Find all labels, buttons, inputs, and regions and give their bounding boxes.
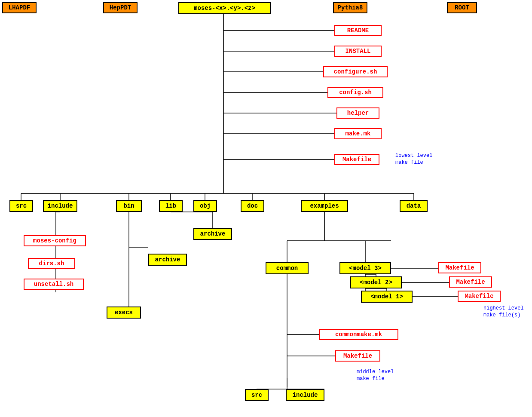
connector-lines [0,0,532,417]
node-install: INSTALL [334,46,382,57]
node-common-src: src [245,389,269,401]
node-model3: <model 3> [339,262,391,274]
node-src: src [9,200,33,212]
node-lib: lib [159,200,183,212]
node-readme: README [334,25,382,36]
node-bin-archive: archive [148,254,187,266]
node-common-include: include [286,389,324,401]
node-pythia8: Pythia8 [333,2,367,13]
node-commonmakemk: commonmake.mk [319,329,398,340]
node-makefile-model3: Makefile [438,262,481,273]
node-obj: obj [193,200,217,212]
node-moses: moses-<x>.<y>.<z> [178,2,271,14]
node-doc: doc [241,200,264,212]
node-unsetallsh: unsetall.sh [24,279,84,290]
label-highest-level: highest level make file(s) [483,305,524,319]
node-makefile-top: Makefile [334,154,379,165]
node-include-top: include [43,200,77,212]
label-lowest-level: lowest level make file [395,153,432,166]
node-dirssh: dirs.sh [28,258,75,269]
node-examples: examples [301,200,348,212]
node-model1: <model_1> [361,291,413,303]
node-helper: helper [336,107,379,119]
node-model2: <model 2> [350,276,402,288]
node-heppdt: HepPDT [103,2,138,13]
node-lib-archive: archive [193,228,232,240]
node-makefile-model1: Makefile [458,291,501,302]
label-middle-level: middle level make file [357,369,394,382]
node-configuresh: configure.sh [323,66,388,77]
node-makefile-model2: Makefile [449,276,492,288]
node-moses-config: moses-config [24,235,86,246]
node-root: ROOT [447,2,477,13]
node-configsh: config.sh [327,87,383,98]
node-makemk: make.mk [334,128,382,139]
node-execs: execs [107,307,141,319]
node-makefile-common: Makefile [335,350,380,362]
node-bin: bin [116,200,142,212]
node-lhapdf: LHAPDF [2,2,37,13]
diagram: LHAPDF HepPDT Pythia8 ROOT moses-<x>.<y>… [0,0,532,417]
node-data: data [400,200,428,212]
node-common: common [266,262,309,274]
